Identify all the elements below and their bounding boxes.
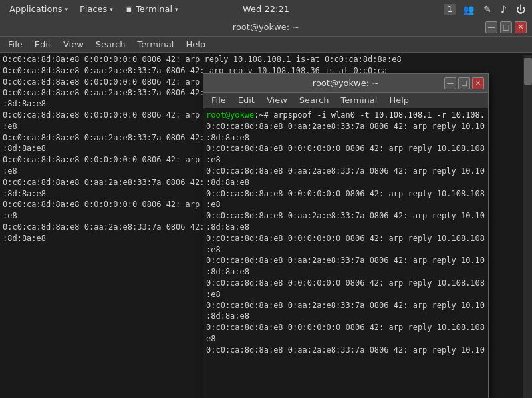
places-arrow: ▾ xyxy=(110,6,113,13)
taskbar: Applications ▾ Places ▾ ▣ Terminal ▾ Wed… xyxy=(0,0,532,18)
fg-terminal-content[interactable]: root@yokwe:~# arpspoof -i wlan0 -t 10.10… xyxy=(203,108,488,398)
terminal-icon: ▣ xyxy=(125,4,133,14)
applications-label: Applications xyxy=(9,4,62,14)
fg-line-18: 0:c0:ca:8d:8a:e8 0:0:0:0:0:0 0806 42: ar… xyxy=(206,322,485,333)
fg-maximize-button[interactable]: □ xyxy=(458,77,470,89)
fg-line-0: 0:c0:ca:8d:8a:e8 0:aa:2a:e8:33:7a 0806 4… xyxy=(206,121,485,132)
fg-terminal-titlebar: root@yokwe: ~ — □ ✕ xyxy=(203,74,488,93)
fg-menu-file[interactable]: File xyxy=(206,94,231,106)
bluetooth-icon[interactable]: ✎ xyxy=(481,3,494,16)
bg-close-button[interactable]: ✕ xyxy=(515,21,527,33)
taskbar-places[interactable]: Places ▾ xyxy=(74,3,118,15)
bg-menu-help[interactable]: Help xyxy=(180,38,211,51)
fg-terminal-controls: — □ ✕ xyxy=(444,77,484,89)
bg-minimize-button[interactable]: — xyxy=(485,21,497,33)
bg-terminal-menubar: File Edit View Search Terminal Help xyxy=(0,37,532,53)
fg-line-2: 0:c0:ca:8d:8a:e8 0:0:0:0:0:0 0806 42: ar… xyxy=(206,143,485,154)
bg-menu-edit[interactable]: Edit xyxy=(29,38,57,51)
bg-terminal-title: root@yokwe: ~ xyxy=(233,22,299,32)
taskbar-applications[interactable]: Applications ▾ xyxy=(4,3,73,15)
prompt-user: root@yokwe xyxy=(206,110,254,120)
fg-line-17: :8d:8a:e8 xyxy=(206,311,485,322)
fg-line-19: e8 xyxy=(206,333,485,345)
bg-terminal-scrollbar[interactable] xyxy=(523,55,532,398)
people-icon[interactable]: 👥 xyxy=(460,3,477,16)
applications-arrow: ▾ xyxy=(65,6,68,13)
fg-line-1: :8d:8a:e8 xyxy=(206,132,485,144)
foreground-terminal: root@yokwe: ~ — □ ✕ File Edit View Searc… xyxy=(203,73,489,398)
fg-line-6: 0:c0:ca:8d:8a:e8 0:0:0:0:0:0 0806 42: ar… xyxy=(206,188,485,200)
bg-menu-search[interactable]: Search xyxy=(90,38,131,51)
fg-line-16: 0:c0:ca:8d:8a:e8 0:aa:2a:e8:33:7a 0806 4… xyxy=(206,300,485,311)
fg-close-button[interactable]: ✕ xyxy=(472,77,484,89)
taskbar-right: 1 👥 ✎ ♪ ⏻ xyxy=(444,3,528,16)
fg-terminal-menubar: File Edit View Search Terminal Help xyxy=(203,93,488,108)
terminal-arrow: ▾ xyxy=(175,6,178,13)
fg-menu-terminal[interactable]: Terminal xyxy=(335,94,382,106)
fg-terminal-title: root@yokwe: ~ xyxy=(313,78,379,88)
fg-menu-view[interactable]: View xyxy=(261,94,293,106)
fg-line-3: :e8 xyxy=(206,154,485,166)
taskbar-left: Applications ▾ Places ▾ ▣ Terminal ▾ xyxy=(4,3,184,15)
bg-maximize-button[interactable]: □ xyxy=(500,21,512,33)
fg-menu-edit[interactable]: Edit xyxy=(233,94,260,106)
fg-line-5: :8d:8a:e8 xyxy=(206,177,485,188)
bg-terminal-titlebar: root@yokwe: ~ — □ ✕ xyxy=(0,18,532,37)
fg-line-11: :e8 xyxy=(206,244,485,256)
fg-line-7: :e8 xyxy=(206,199,485,210)
terminal-label: Terminal xyxy=(136,4,172,14)
fg-menu-help[interactable]: Help xyxy=(384,94,414,106)
fg-line-12: 0:c0:ca:8d:8a:e8 0:aa:2a:e8:33:7a 0806 4… xyxy=(206,255,485,266)
bg-scrollbar-thumb[interactable] xyxy=(524,58,532,85)
places-label: Places xyxy=(80,4,107,14)
volume-icon[interactable]: ♪ xyxy=(498,3,509,16)
fg-line-9: :8d:8a:e8 xyxy=(206,222,485,233)
prompt-path: :~# xyxy=(254,110,269,120)
fg-minimize-button[interactable]: — xyxy=(444,77,456,89)
bg-menu-view[interactable]: View xyxy=(58,38,89,51)
fg-line-4: 0:c0:ca:8d:8a:e8 0:aa:2a:e8:33:7a 0806 4… xyxy=(206,166,485,177)
fg-menu-search[interactable]: Search xyxy=(294,94,334,106)
command-line: root@yokwe:~# arpspoof -i wlan0 -t 10.10… xyxy=(206,110,485,121)
fg-line-14: 0:c0:ca:8d:8a:e8 0:0:0:0:0:0 0806 42: ar… xyxy=(206,278,485,289)
taskbar-datetime: Wed 22:21 xyxy=(243,4,289,14)
fg-line-8: 0:c0:ca:8d:8a:e8 0:aa:2a:e8:33:7a 0806 4… xyxy=(206,210,485,222)
taskbar-terminal[interactable]: ▣ Terminal ▾ xyxy=(120,3,184,15)
fg-line-10: 0:c0:ca:8d:8a:e8 0:0:0:0:0:0 0806 42: ar… xyxy=(206,233,485,244)
fg-line-20: 0:c0:ca:8d:8a:e8 0:aa:2a:e8:33:7a 0806 4… xyxy=(206,345,485,356)
bg-menu-file[interactable]: File xyxy=(3,38,28,51)
bg-menu-terminal[interactable]: Terminal xyxy=(132,38,179,51)
command-text: arpspoof -i wlan0 -t 10.108.108.1 -r 10.… xyxy=(269,110,485,120)
power-icon[interactable]: ⏻ xyxy=(513,3,528,16)
fg-output-lines: 0:c0:ca:8d:8a:e8 0:aa:2a:e8:33:7a 0806 4… xyxy=(206,121,485,356)
taskbar-badge: 1 xyxy=(444,4,457,15)
fg-line-13: :8d:8a:e8 xyxy=(206,266,485,278)
bg-line-0: 0:c0:ca:8d:8a:e8 0:0:0:0:0:0 0806 42: ar… xyxy=(3,54,529,65)
fg-line-15: :e8 xyxy=(206,289,485,300)
bg-terminal-controls: — □ ✕ xyxy=(485,21,527,33)
